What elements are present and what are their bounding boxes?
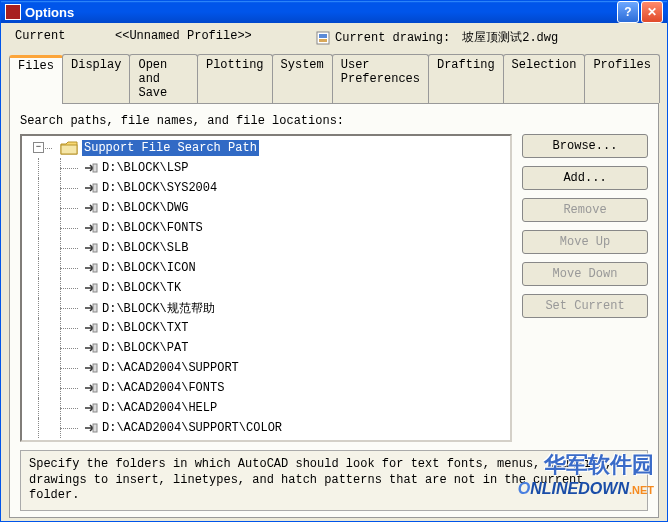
move-up-button: Move Up (522, 230, 648, 254)
tree-path-item[interactable]: D:\BLOCK\SYS2004 (24, 178, 508, 198)
tab-system[interactable]: System (272, 54, 333, 103)
tree-path-label[interactable]: D:\BLOCK\LSP (102, 161, 188, 175)
close-button[interactable]: ✕ (641, 1, 663, 23)
tree-path-item[interactable]: D:\BLOCK\FONTS (24, 218, 508, 238)
tree-path-label[interactable]: D:\ACAD2004\SUPPORT (102, 361, 239, 375)
tree-path-label[interactable]: D:\ACAD2004\HELP (102, 401, 217, 415)
description-box: Specify the folders in which AutoCAD sho… (20, 450, 648, 511)
path-arrow-icon (84, 382, 98, 394)
folder-icon (60, 141, 78, 155)
search-paths-tree[interactable]: −Support File Search PathD:\BLOCK\LSPD:\… (20, 134, 512, 442)
tree-path-label[interactable]: D:\BLOCK\ICON (102, 261, 196, 275)
drawing-icon (315, 30, 331, 46)
move-down-button: Move Down (522, 262, 648, 286)
path-arrow-icon (84, 302, 98, 314)
options-dialog: Options ? ✕ Current <<Unnamed Profile>> … (0, 0, 668, 522)
svg-rect-6 (93, 204, 97, 212)
tree-root-label[interactable]: Support File Search Path (82, 140, 259, 156)
svg-rect-2 (319, 39, 327, 42)
svg-rect-12 (93, 324, 97, 332)
path-arrow-icon (84, 422, 98, 434)
path-arrow-icon (84, 322, 98, 334)
help-button[interactable]: ? (617, 1, 639, 23)
tree-path-label[interactable]: D:\BLOCK\规范帮助 (102, 300, 215, 317)
set-current-button: Set Current (522, 294, 648, 318)
tree-path-label[interactable]: D:\BLOCK\TK (102, 281, 181, 295)
tree-path-item[interactable]: D:\BLOCK\TXT (24, 318, 508, 338)
path-arrow-icon (84, 362, 98, 374)
drawing-label: Current drawing: (335, 31, 450, 45)
tree-path-item[interactable]: D:\BLOCK\DWG (24, 198, 508, 218)
svg-rect-8 (93, 244, 97, 252)
path-arrow-icon (84, 242, 98, 254)
remove-button: Remove (522, 198, 648, 222)
tab-selection[interactable]: Selection (503, 54, 586, 103)
path-arrow-icon (84, 282, 98, 294)
tree-path-item[interactable]: D:\ACAD2004\SUPPORT (24, 358, 508, 378)
tree-path-item[interactable]: D:\BLOCK\TK (24, 278, 508, 298)
svg-rect-9 (93, 264, 97, 272)
window-title: Options (25, 5, 615, 20)
tree-path-label[interactable]: D:\BLOCK\DWG (102, 201, 188, 215)
path-arrow-icon (84, 162, 98, 174)
section-label: Search paths, file names, and file locat… (20, 114, 648, 128)
tab-plotting[interactable]: Plotting (197, 54, 273, 103)
svg-rect-16 (93, 404, 97, 412)
svg-rect-5 (93, 184, 97, 192)
svg-rect-7 (93, 224, 97, 232)
tab-files[interactable]: Files (9, 55, 63, 104)
tree-path-item[interactable]: D:\ACAD2004\FONTS (24, 378, 508, 398)
svg-rect-17 (93, 424, 97, 432)
tree-path-item[interactable]: D:\BLOCK\ICON (24, 258, 508, 278)
title-bar[interactable]: Options ? ✕ (1, 1, 667, 23)
tree-path-label[interactable]: D:\ACAD2004\SUPPORT\COLOR (102, 421, 282, 435)
tree-path-label[interactable]: D:\BLOCK\SLB (102, 241, 188, 255)
tab-strip: FilesDisplayOpen and SavePlottingSystemU… (1, 54, 667, 103)
tab-display[interactable]: Display (62, 54, 130, 103)
tree-path-item[interactable]: D:\BLOCK\LSP (24, 158, 508, 178)
collapse-icon[interactable]: − (33, 142, 44, 153)
tree-path-item[interactable]: D:\BLOCK\SLB (24, 238, 508, 258)
tree-path-label[interactable]: D:\BLOCK\SYS2004 (102, 181, 217, 195)
svg-rect-11 (93, 304, 97, 312)
path-arrow-icon (84, 342, 98, 354)
tree-path-item[interactable]: D:\ACAD2004\SUPPORT\COLOR (24, 418, 508, 438)
tree-path-item[interactable]: D:\BLOCK\PAT (24, 338, 508, 358)
tree-path-label[interactable]: D:\BLOCK\PAT (102, 341, 188, 355)
current-label: Current (15, 29, 115, 46)
path-arrow-icon (84, 402, 98, 414)
profile-name: <<Unnamed Profile>> (115, 29, 315, 46)
svg-rect-1 (319, 34, 327, 38)
svg-rect-3 (61, 145, 77, 154)
tab-profiles[interactable]: Profiles (584, 54, 660, 103)
tab-open-and-save[interactable]: Open and Save (129, 54, 198, 103)
tab-drafting[interactable]: Drafting (428, 54, 504, 103)
path-arrow-icon (84, 182, 98, 194)
tree-path-label[interactable]: D:\BLOCK\FONTS (102, 221, 203, 235)
path-arrow-icon (84, 222, 98, 234)
tree-path-label[interactable]: D:\ACAD2004\FONTS (102, 381, 224, 395)
browse-button[interactable]: Browse... (522, 134, 648, 158)
svg-rect-13 (93, 344, 97, 352)
tree-path-item[interactable]: D:\ACAD2004\HELP (24, 398, 508, 418)
tree-root-support-file-search-path[interactable]: −Support File Search Path (24, 138, 508, 158)
svg-rect-14 (93, 364, 97, 372)
tree-path-item[interactable]: D:\BLOCK\规范帮助 (24, 298, 508, 318)
drawing-name: 坡屋顶测试2.dwg (462, 29, 558, 46)
tree-path-label[interactable]: D:\BLOCK\TXT (102, 321, 188, 335)
add-button[interactable]: Add... (522, 166, 648, 190)
path-arrow-icon (84, 262, 98, 274)
tab-panel-files: Search paths, file names, and file locat… (9, 103, 659, 518)
button-column: Browse... Add... Remove Move Up Move Dow… (522, 134, 648, 442)
path-arrow-icon (84, 202, 98, 214)
profile-header: Current <<Unnamed Profile>> Current draw… (1, 23, 667, 50)
svg-rect-15 (93, 384, 97, 392)
app-icon (5, 4, 21, 20)
svg-rect-10 (93, 284, 97, 292)
tab-user-preferences[interactable]: User Preferences (332, 54, 429, 103)
svg-rect-4 (93, 164, 97, 172)
